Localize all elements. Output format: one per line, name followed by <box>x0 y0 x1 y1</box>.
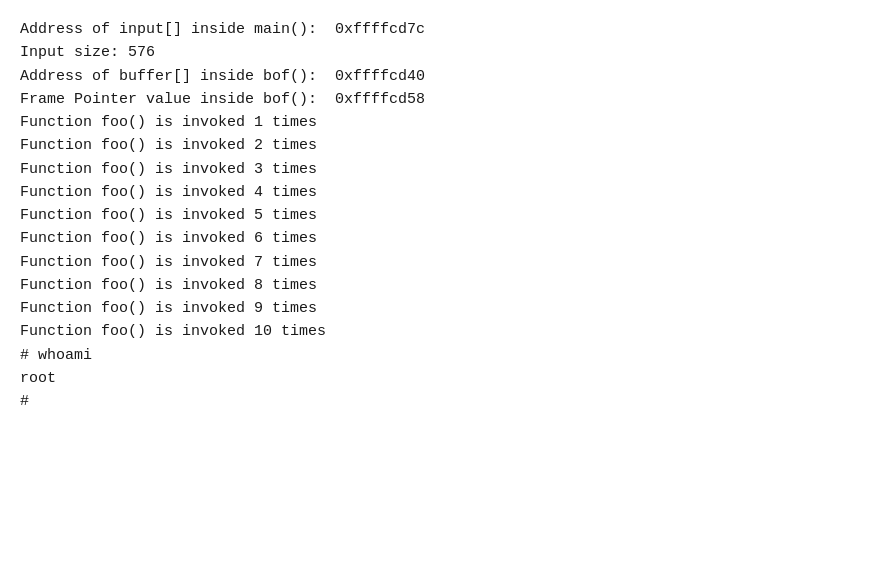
terminal-line: root <box>20 367 859 390</box>
terminal-line: Function foo() is invoked 6 times <box>20 227 859 250</box>
terminal-line: Function foo() is invoked 8 times <box>20 274 859 297</box>
terminal-line: Function foo() is invoked 5 times <box>20 204 859 227</box>
terminal-output: Address of input[] inside main(): 0xffff… <box>0 0 879 564</box>
terminal-line: Address of buffer[] inside bof(): 0xffff… <box>20 65 859 88</box>
terminal-line: Frame Pointer value inside bof(): 0xffff… <box>20 88 859 111</box>
terminal-line: # whoami <box>20 344 859 367</box>
terminal-line: Address of input[] inside main(): 0xffff… <box>20 18 859 41</box>
terminal-line: Function foo() is invoked 7 times <box>20 251 859 274</box>
terminal-line: # <box>20 390 859 413</box>
terminal-line: Function foo() is invoked 4 times <box>20 181 859 204</box>
terminal-line: Function foo() is invoked 3 times <box>20 158 859 181</box>
terminal-line: Function foo() is invoked 2 times <box>20 134 859 157</box>
terminal-line: Function foo() is invoked 10 times <box>20 320 859 343</box>
terminal-line: Function foo() is invoked 1 times <box>20 111 859 134</box>
terminal-line: Function foo() is invoked 9 times <box>20 297 859 320</box>
terminal-line: Input size: 576 <box>20 41 859 64</box>
